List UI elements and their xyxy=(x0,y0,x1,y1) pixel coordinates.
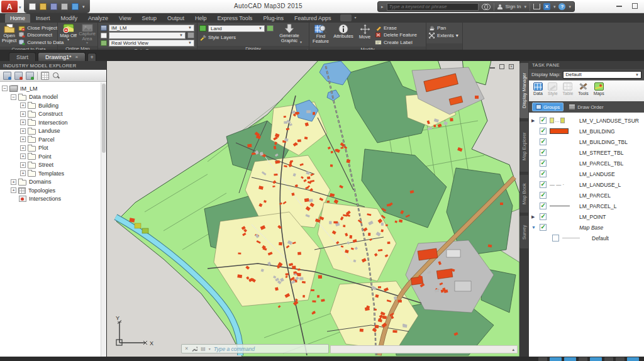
drawing-viewport[interactable]: × Y X × ▤ ▾ Type a command ▴ xyxy=(107,61,519,357)
close-project-button[interactable]: Close Project xyxy=(18,25,64,31)
ribbon-tab-home[interactable]: Home xyxy=(5,14,30,23)
layer-checkbox[interactable] xyxy=(540,203,547,209)
map-off-button[interactable]: Map Off ▾ xyxy=(60,24,77,45)
layer-row[interactable]: LM_STREET_TBL xyxy=(529,147,644,158)
tree-item-parcel[interactable]: +Parcel xyxy=(0,135,101,144)
new-tab-button[interactable]: + xyxy=(87,53,96,61)
status-toggle[interactable] xyxy=(616,357,625,361)
layer-checkbox[interactable] xyxy=(552,235,559,242)
collapse-icon[interactable]: ▼ xyxy=(531,225,540,230)
sign-in-dropdown-icon[interactable]: ▾ xyxy=(524,4,526,9)
explorer-table-check-icon[interactable] xyxy=(41,72,49,80)
explorer-attach-icon[interactable] xyxy=(3,72,11,80)
layer-row[interactable]: LM_PARCEL_L xyxy=(529,201,644,211)
open-file-icon[interactable] xyxy=(40,3,47,10)
viewport-minimize-icon[interactable] xyxy=(490,67,495,69)
ribbon-tab-setup[interactable]: Setup xyxy=(136,14,162,23)
store-cart-icon[interactable] xyxy=(533,4,540,9)
draw-order-button[interactable]: Draw Order xyxy=(569,104,603,110)
delete-feature-button[interactable]: Delete Feature xyxy=(375,32,417,38)
viewport-close-icon[interactable]: × xyxy=(509,64,514,69)
command-close-icon[interactable]: × xyxy=(185,346,188,352)
ribbon-display-toggle-icon[interactable] xyxy=(340,14,352,21)
data-source-combo[interactable]: IM_LM ▼ xyxy=(109,25,194,31)
tab-display-manager[interactable]: Display Manager xyxy=(519,63,528,118)
disconnect-button[interactable]: Disconnect xyxy=(18,32,64,38)
status-toggle[interactable] xyxy=(579,357,587,361)
scrollbar-thumb[interactable] xyxy=(102,84,106,153)
combo-arrow-icon[interactable]: ▼ xyxy=(258,26,262,30)
layer-row[interactable]: ▼ Map Base xyxy=(529,222,644,233)
command-dropdown-icon[interactable]: ▾ xyxy=(209,347,211,351)
layer-checkbox[interactable] xyxy=(540,181,547,188)
expand-icon[interactable]: + xyxy=(11,179,16,185)
extents-dropdown-icon[interactable]: ▾ xyxy=(456,33,458,38)
layer-row[interactable]: ▶ LM_POINT xyxy=(529,211,644,222)
qat-customize-dropdown-icon[interactable]: ▾ xyxy=(82,4,85,9)
expand-icon[interactable]: + xyxy=(20,153,26,159)
tree-item-plot[interactable]: +Plot xyxy=(0,144,101,153)
explorer-scrollbar[interactable] xyxy=(101,82,106,357)
data-tool-button[interactable]: Data xyxy=(533,82,543,96)
layer-row[interactable]: ▶ … LM_V_LANDUSE_TSUR xyxy=(529,115,644,126)
ribbon-tab-output[interactable]: Output xyxy=(162,14,189,23)
map-off-dropdown-icon[interactable]: ▾ xyxy=(67,38,69,42)
move-button[interactable]: Move xyxy=(357,24,373,45)
exchange-apps-icon[interactable]: X xyxy=(543,3,550,10)
groups-button[interactable]: Groups xyxy=(532,103,564,111)
open-project-button[interactable]: Open Project xyxy=(2,24,16,45)
ribbon-tab-express-tools[interactable]: Express Tools xyxy=(213,14,258,23)
combo-arrow-icon[interactable]: ▼ xyxy=(188,26,192,30)
tree-item-intersections[interactable]: Intersections xyxy=(0,195,101,204)
table-tool-button[interactable]: Table xyxy=(563,82,574,96)
layer-checkbox[interactable] xyxy=(540,138,547,145)
job-combo[interactable]: ▼ xyxy=(109,32,186,39)
explorer-detach-icon[interactable] xyxy=(14,72,23,80)
maps-tool-button[interactable]: Maps xyxy=(594,82,604,96)
expand-icon[interactable]: + xyxy=(20,119,26,125)
ribbon-tab-help[interactable]: Help xyxy=(190,14,212,23)
tree-item-street[interactable]: +Street xyxy=(0,161,101,170)
ribbon-tab-plug-ins[interactable]: Plug-ins xyxy=(258,14,289,23)
search-binoculars-icon[interactable] xyxy=(482,4,491,9)
plot-icon[interactable] xyxy=(61,3,68,10)
layer-row[interactable]: LM_PARCEL xyxy=(529,190,644,201)
help-icon[interactable]: ? xyxy=(558,3,565,10)
tab-survey[interactable]: Survey xyxy=(519,216,528,248)
generate-graphic-button[interactable]: Generate Graphic ▾ xyxy=(275,24,303,45)
layer-row[interactable]: Default xyxy=(529,233,644,243)
tree-item-topologies[interactable]: +Topologies xyxy=(0,186,101,195)
pan-button[interactable]: Pan xyxy=(428,25,446,31)
collapse-icon[interactable]: − xyxy=(11,94,16,100)
tree-item-intersection[interactable]: +Intersection xyxy=(0,118,101,127)
expand-icon[interactable]: ▶ xyxy=(531,214,540,219)
command-recent-icon[interactable]: ▤ xyxy=(201,346,206,352)
combo-arrow-icon[interactable]: ▼ xyxy=(179,33,183,37)
tab-map-explorer[interactable]: Map Explorer xyxy=(519,121,528,172)
tree-item-im-lm[interactable]: −IM_LM xyxy=(0,84,101,93)
data-source-options-icon[interactable] xyxy=(187,32,194,38)
find-feature-button[interactable]: Find Feature xyxy=(311,24,330,45)
tab-map-book[interactable]: Map Book xyxy=(519,175,528,213)
tab-start[interactable]: Start xyxy=(9,52,36,61)
display-map-select[interactable]: Default ▼ xyxy=(563,71,641,79)
command-input[interactable]: Type a command xyxy=(214,346,255,352)
tree-item-construct[interactable]: +Construct xyxy=(0,110,101,119)
tools-tool-button[interactable]: Tools xyxy=(578,82,588,96)
layer-checkbox[interactable] xyxy=(540,128,547,135)
layer-row[interactable]: LM_PARCEL_TBL xyxy=(529,158,644,169)
tree-item-building[interactable]: +Building xyxy=(0,101,101,110)
tree-item-data-model[interactable]: −Data model xyxy=(0,93,101,102)
workspace-icon[interactable] xyxy=(72,3,79,10)
command-line[interactable]: × ▤ ▾ Type a command xyxy=(181,344,329,353)
expand-icon[interactable]: + xyxy=(20,145,26,151)
tab-close-icon[interactable]: × xyxy=(75,54,79,60)
explorer-search-icon[interactable] xyxy=(52,72,60,80)
display-map-tools-icon[interactable] xyxy=(267,25,274,31)
create-label-button[interactable]: Create Label xyxy=(375,39,417,45)
ribbon-tab-view[interactable]: View xyxy=(114,14,136,23)
expand-icon[interactable]: + xyxy=(20,111,26,117)
tree-item-point[interactable]: +Point xyxy=(0,152,101,161)
ribbon-tab-featured-apps[interactable]: Featured Apps xyxy=(289,14,336,23)
help-dropdown-icon[interactable]: ▾ xyxy=(569,4,571,9)
